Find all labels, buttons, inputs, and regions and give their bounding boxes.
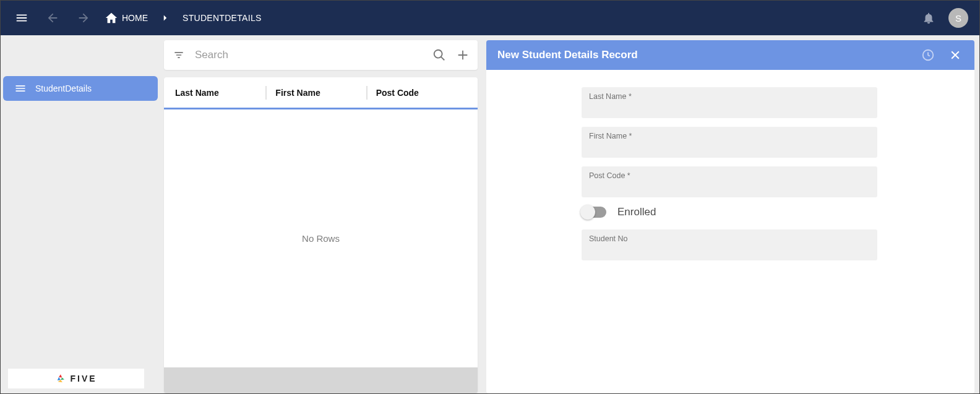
first-name-field[interactable]: First Name * (582, 127, 877, 158)
hamburger-icon (15, 11, 28, 25)
brand-logo: FIVE (8, 369, 144, 388)
sidebar-item-label: StudentDetails (35, 84, 92, 93)
search-input[interactable] (194, 46, 424, 64)
filter-button[interactable] (170, 46, 187, 64)
student-no-input[interactable] (589, 245, 870, 255)
student-no-field[interactable]: Student No (582, 229, 877, 260)
avatar-initial: S (955, 13, 961, 24)
close-button[interactable] (947, 47, 963, 63)
breadcrumb-current: STUDENTDETAILS (183, 13, 262, 23)
enrolled-toggle[interactable] (582, 207, 606, 218)
add-button[interactable] (454, 46, 471, 64)
home-icon (105, 11, 118, 25)
detail-body: Last Name * First Name * Post Code * Enr… (486, 70, 974, 393)
menu-toggle-button[interactable] (12, 8, 32, 28)
detail-header-actions (920, 47, 963, 63)
history-button[interactable] (920, 47, 936, 63)
post-code-label: Post Code * (589, 171, 870, 180)
plus-icon (456, 48, 470, 62)
nav-back-button (43, 8, 62, 28)
breadcrumb-separator (159, 12, 171, 24)
notifications-button[interactable] (919, 8, 939, 28)
nav-forward-button (74, 8, 93, 28)
topbar-right: S (919, 8, 968, 28)
sidebar-item-studentdetails[interactable]: StudentDetails (3, 76, 158, 101)
search-button[interactable] (431, 46, 448, 64)
table-header: Last Name First Name Post Code (164, 77, 478, 109)
table-footer (164, 367, 478, 393)
topbar: HOME STUDENTDETAILS S (1, 1, 979, 35)
last-name-field[interactable]: Last Name * (582, 87, 877, 118)
table-card: Last Name First Name Post Code No Rows (164, 77, 478, 393)
column-header-first-name[interactable]: First Name (275, 88, 366, 98)
sidebar: StudentDetails FIVE (1, 35, 161, 393)
student-no-label: Student No (589, 234, 870, 243)
list-panel: Last Name First Name Post Code No Rows (161, 35, 483, 393)
arrow-left-icon (46, 11, 59, 25)
detail-header: New Student Details Record (486, 40, 974, 70)
last-name-input[interactable] (589, 103, 870, 113)
enrolled-label: Enrolled (617, 206, 656, 218)
chevron-right-icon (160, 12, 171, 24)
first-name-label: First Name * (589, 132, 870, 140)
detail-title: New Student Details Record (497, 49, 638, 61)
column-header-post-code[interactable]: Post Code (376, 88, 466, 98)
post-code-input[interactable] (589, 182, 870, 192)
bell-icon (922, 11, 935, 25)
close-icon (949, 49, 961, 61)
clock-icon (921, 48, 935, 62)
avatar[interactable]: S (948, 8, 968, 28)
topbar-left: HOME STUDENTDETAILS (12, 8, 262, 28)
search-icon (432, 48, 446, 62)
post-code-field[interactable]: Post Code * (582, 166, 877, 197)
drag-handle-icon (14, 82, 27, 95)
arrow-right-icon (77, 11, 90, 25)
empty-state-text: No Rows (302, 233, 340, 244)
last-name-label: Last Name * (589, 92, 870, 101)
brand-logo-text: FIVE (70, 374, 97, 383)
column-separator (366, 86, 368, 100)
column-separator (265, 86, 267, 100)
detail-panel: New Student Details Record Last Name * F… (483, 35, 979, 393)
filter-icon (173, 49, 185, 61)
content: StudentDetails FIVE (1, 35, 979, 393)
breadcrumb-home[interactable]: HOME (105, 11, 148, 25)
breadcrumb-home-label: HOME (122, 13, 148, 23)
enrolled-row: Enrolled (582, 206, 877, 218)
five-logo-icon (55, 373, 66, 384)
table-body: No Rows (164, 109, 478, 367)
search-bar (164, 40, 478, 70)
column-header-last-name[interactable]: Last Name (175, 88, 265, 98)
first-name-input[interactable] (589, 142, 870, 153)
